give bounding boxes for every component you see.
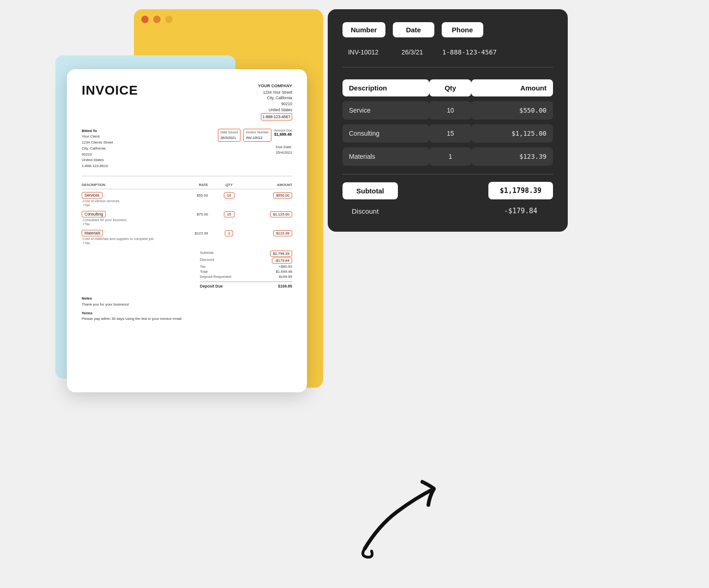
deposit-due-row: Deposit Due $169.95: [200, 282, 292, 288]
browser-window-bar: [134, 9, 323, 30]
line-item-services-tax: +Tax: [82, 203, 292, 207]
company-zip: 90210: [258, 101, 292, 107]
subtotal-label: Subtotal: [200, 251, 213, 257]
line-item-consulting: Consulting $75.00 15 $1,125.00 Consultan…: [82, 211, 292, 226]
deposit-due-value: $169.95: [278, 284, 292, 288]
panel-qty-header: Qty: [429, 79, 471, 96]
discount-value: -$179.84: [272, 258, 292, 264]
panel-table-header-row: Description Qty Amount: [342, 79, 553, 96]
discount-row: Discount -$179.84: [200, 258, 292, 264]
invoice-number-value: INV-10012: [246, 135, 269, 140]
line-item-materials-name: Materials: [82, 230, 103, 236]
line-item-materials-rate: $123.39: [166, 231, 208, 235]
panel-date-header: Date: [393, 22, 434, 37]
line-item-services-desc: Cost of various services.: [82, 199, 292, 203]
arrow-decoration: [351, 470, 452, 563]
col-desc-header: DESCRIPTION: [82, 183, 166, 187]
company-address1: 1234 Your Street: [258, 90, 292, 96]
line-item-services: Services $55.00 10 $550.00 Cost of vario…: [82, 192, 292, 207]
panel-materials-qty: 1: [429, 147, 471, 166]
line-item-consulting-name: Consulting: [82, 211, 106, 217]
notes-text: Thank you for your business!: [82, 302, 292, 308]
panel-phone-header: Phone: [442, 22, 483, 37]
window-minimize-dot: [153, 16, 161, 23]
invoice-card: INVOICE YOUR COMPANY 1234 Your Street Ci…: [67, 69, 307, 392]
notes-section: Notes Thank you for your business! Terms…: [82, 296, 292, 322]
col-rate-header: RATE: [166, 183, 208, 187]
panel-divider2: [342, 174, 553, 174]
panel-consulting-desc: Consulting: [342, 124, 429, 143]
total-row: Total $1,699.48: [200, 270, 292, 274]
total-value: $1,699.48: [276, 270, 292, 274]
panel-service-qty: 10: [429, 101, 471, 120]
panel-number-value: INV-10012: [342, 45, 384, 60]
company-name: YOUR COMPANY: [258, 83, 292, 90]
due-date-value: 25/4/2021: [276, 150, 292, 155]
col-amount-header: AMOUNT: [250, 183, 292, 187]
panel-row-consulting: Consulting 15 $1,125.00: [342, 124, 553, 143]
company-info: YOUR COMPANY 1234 Your Street City, Cali…: [258, 83, 292, 120]
line-item-materials: Materials $123.39 1 $123.39 Cost of mate…: [82, 230, 292, 245]
invoice-number-box: Invoice Number INV-10012: [243, 129, 271, 142]
tax-value: +$80.93: [279, 264, 292, 269]
date-issued-box: Date Issued 26/3/2021: [218, 129, 240, 142]
panel-header-row: Number Date Phone: [342, 22, 553, 37]
panel-materials-amount: $123.39: [471, 147, 553, 166]
total-label: Total: [200, 270, 208, 274]
panel-consulting-amount: $1,125.00: [471, 124, 553, 143]
invoice-number-label: Invoice Number: [246, 130, 269, 135]
panel-number-header: Number: [342, 22, 385, 37]
panel-materials-desc: Materials: [342, 147, 429, 166]
amount-due-block: Amount Due $1,699.48: [274, 129, 292, 137]
panel-values-row: INV-10012 26/3/21 1-888-123-4567: [342, 45, 553, 60]
panel-date-value: 26/3/21: [391, 45, 433, 60]
panel-desc-header: Description: [342, 79, 429, 96]
line-item-materials-qty: 1: [225, 230, 233, 236]
subtotal-row: Subtotal $1,798.39: [200, 251, 292, 257]
line-item-consulting-qty: 15: [224, 211, 234, 217]
line-item-consulting-tax: +Tax: [82, 222, 292, 226]
panel-discount-value: -$179.84: [488, 203, 553, 219]
date-issued-label: Date Issued: [221, 130, 238, 135]
amount-due-value: $1,699.48: [274, 132, 292, 137]
invoice-header: INVOICE YOUR COMPANY 1234 Your Street Ci…: [82, 83, 292, 120]
due-date-label: Due Date: [276, 145, 291, 149]
deposit-requested-label: Deposit Requested: [200, 275, 231, 279]
billed-to-block: Billed To Your Client 1234 Clients Stree…: [82, 129, 113, 169]
window-close-dot: [141, 16, 149, 23]
data-panel: Number Date Phone INV-10012 26/3/21 1-88…: [328, 9, 568, 232]
notes-title: Notes: [82, 296, 292, 302]
line-item-materials-desc: Cost of materials and supplies to comple…: [82, 237, 292, 241]
panel-row-service: Service 10 $550.00: [342, 101, 553, 120]
window-maximize-dot: [165, 16, 173, 23]
deposit-requested-value: $169.95: [279, 275, 292, 279]
subtotal-value: $1,798.39: [270, 251, 292, 257]
line-item-services-qty: 10: [224, 192, 234, 198]
deposit-requested-row: Deposit Requested $169.95: [200, 275, 292, 279]
billed-to-label: Billed To: [82, 129, 113, 133]
discount-label: Discount: [200, 258, 214, 264]
invoice-table-header: DESCRIPTION RATE QTY AMOUNT: [82, 181, 292, 189]
billed-to-client: Your Client 1234 Clients Street City, Ca…: [82, 134, 113, 169]
billed-section: Billed To Your Client 1234 Clients Stree…: [82, 129, 292, 169]
col-qty-header: QTY: [208, 183, 250, 187]
company-phone: 1-888-123-4567: [261, 113, 293, 121]
date-issued-value: 26/3/2021: [221, 135, 238, 140]
line-item-consulting-amount: $1,125.00: [270, 211, 292, 217]
line-item-materials-tax: +Tax: [82, 241, 292, 245]
panel-table: Description Qty Amount Service 10 $550.0…: [342, 75, 553, 170]
panel-divider: [342, 67, 553, 67]
deposit-due-label: Deposit Due: [200, 284, 223, 288]
line-item-consulting-desc: Consultant for your business.: [82, 218, 292, 222]
panel-subtotal-value: $1,1798.39: [488, 182, 553, 199]
panel-subtotal-label: Subtotal: [342, 182, 398, 199]
line-item-materials-amount: $123.39: [273, 230, 292, 236]
line-item-services-name: Services: [82, 192, 102, 198]
tax-row: Tax +$80.93: [200, 264, 292, 269]
totals-section: Subtotal $1,798.39 Discount -$179.84 Tax…: [82, 251, 292, 288]
panel-discount-label: Discount: [342, 204, 398, 219]
tax-label: Tax: [200, 264, 205, 269]
invoice-divider: [82, 176, 292, 176]
line-item-consulting-rate: $75.00: [166, 212, 208, 216]
invoice-meta-row: Date Issued 26/3/2021 Invoice Number INV…: [218, 129, 292, 142]
